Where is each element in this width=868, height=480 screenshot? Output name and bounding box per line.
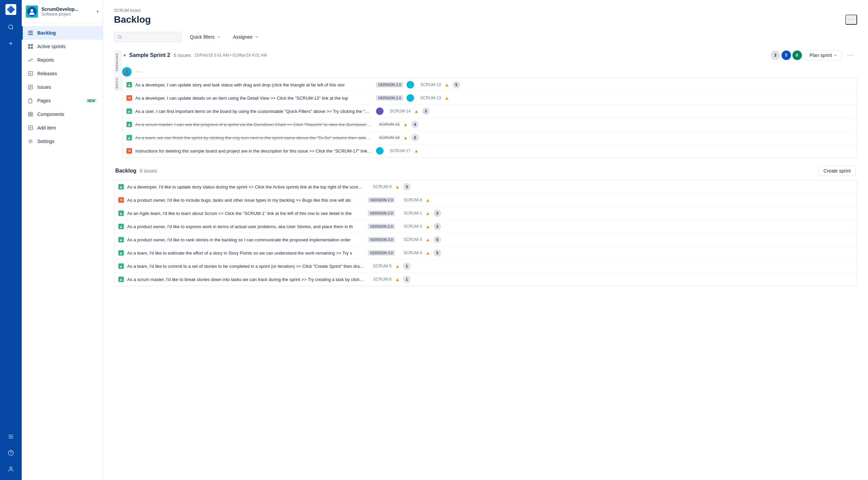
issue-priority-icon: ▲	[445, 82, 449, 87]
nav-help-icon[interactable]	[4, 446, 18, 460]
issue-id[interactable]: SCRUM-13	[417, 96, 441, 100]
page-meta: SCRUM board	[114, 8, 857, 13]
issue-summary: As a product owner, I'd like to include …	[127, 198, 364, 203]
issue-id[interactable]: SCRUM-5	[368, 264, 392, 268]
table-row[interactable]: ▲ As a team, I'd like to commit to a set…	[114, 260, 857, 273]
issue-id[interactable]: SCRUM-8	[398, 198, 422, 202]
settings-icon	[27, 138, 34, 145]
plan-sprint-button[interactable]: Plan sprint	[805, 50, 842, 60]
sprint-badge-6[interactable]: 6	[792, 51, 802, 60]
table-row[interactable]: ✕ As a developer, I can update details o…	[122, 92, 857, 105]
issue-assignee-avatar	[407, 94, 414, 102]
sidebar-item-settings[interactable]: Settings	[22, 135, 103, 148]
sprint-badge-5[interactable]: 5	[782, 51, 791, 60]
plan-sprint-chevron-icon	[833, 53, 837, 57]
issue-id[interactable]: SCRUM-15	[376, 122, 400, 127]
versions-label[interactable]: VERSIONS	[114, 50, 122, 74]
issue-summary: As a developer, I'd like to update story…	[127, 184, 364, 189]
nav-search-icon[interactable]	[4, 20, 18, 34]
quick-filters-button[interactable]: Quick filters	[186, 32, 225, 42]
sidebar-item-pages[interactable]: Pages NEW	[22, 94, 103, 107]
backlog-title: Backlog	[115, 168, 136, 174]
issue-id[interactable]: SCRUM-2	[398, 224, 422, 229]
issue-id[interactable]: SCRUM-4	[398, 251, 422, 255]
table-row[interactable]: ▲ As an Agile team, I'd like to learn ab…	[114, 207, 857, 220]
issue-id[interactable]: SCRUM-9	[368, 184, 392, 189]
sidebar-item-reports[interactable]: Reports	[22, 53, 103, 67]
table-row[interactable]: ▲ As a scrum master, I can see the progr…	[122, 118, 857, 131]
svg-point-11	[31, 9, 33, 12]
table-row[interactable]: ▲ As a team, I'd like to estimate the ef…	[114, 246, 857, 260]
nav-rail	[0, 0, 22, 480]
nav-create-icon[interactable]	[4, 37, 18, 50]
sidebar-item-label: Releases	[37, 71, 57, 76]
issue-id[interactable]: SCRUM-3	[398, 237, 422, 242]
pages-new-badge: NEW	[85, 98, 97, 103]
issue-id[interactable]: SCRUM-14	[387, 109, 411, 114]
table-row[interactable]: ▲ As a product owner, I'd like to rank s…	[114, 233, 857, 246]
project-chevron-icon[interactable]: ▾	[97, 9, 99, 14]
epics-label[interactable]: EPICS	[114, 75, 122, 91]
issue-points	[422, 147, 430, 155]
issue-summary: As a scrum master, I can see the progres…	[135, 122, 373, 127]
issue-id[interactable]: SCRUM-17	[387, 148, 411, 153]
main-content: SCRUM board Backlog ··· Quick filters As…	[103, 0, 868, 480]
page-menu-button[interactable]: ···	[845, 15, 857, 25]
nav-user-icon[interactable]	[4, 462, 18, 476]
issue-priority-icon: ▲	[403, 135, 408, 140]
table-row[interactable]: ▲ As a developer, I can update story and…	[122, 78, 857, 92]
sprint-user-more-button[interactable]: ···	[134, 67, 145, 76]
search-input[interactable]	[124, 34, 178, 40]
sidebar-item-issues[interactable]: Issues	[22, 80, 103, 94]
issue-type-story-icon: ▲	[118, 250, 124, 256]
issue-id[interactable]: SCRUM-6	[368, 277, 392, 282]
svg-point-0	[8, 25, 13, 29]
table-row[interactable]: ▲ As a scrum master, I'd like to break s…	[114, 273, 857, 286]
issue-id[interactable]: SCRUM-10	[417, 82, 441, 87]
nav-menu-icon[interactable]	[4, 430, 18, 443]
issue-version-badge: VERSION 2.0	[376, 82, 403, 87]
issue-id[interactable]: SCRUM-16	[376, 135, 400, 140]
search-box[interactable]	[114, 32, 182, 42]
sidebar-item-active-sprints[interactable]: Active sprints	[22, 40, 103, 53]
sprint-more-button[interactable]: ···	[845, 51, 856, 60]
sidebar-item-backlog[interactable]: Backlog	[22, 26, 103, 40]
issue-points: 2	[434, 223, 441, 230]
table-row[interactable]: ▲ As a user, I can find important items …	[122, 105, 857, 118]
app-logo[interactable]	[5, 4, 16, 15]
svg-rect-28	[28, 115, 30, 116]
svg-point-9	[10, 467, 12, 469]
assignee-button[interactable]: Assignee	[229, 32, 263, 42]
issue-priority-icon: ▲	[426, 211, 430, 216]
issue-points	[453, 94, 460, 102]
table-row[interactable]: ▲ As a product owner, I'd like to expres…	[114, 220, 857, 233]
sprint-badge-3[interactable]: 3	[771, 51, 780, 60]
sprint-badges: 3 5 6	[771, 51, 802, 60]
sprint-name: Sample Sprint 2	[129, 52, 170, 58]
sidebar-item-add-item[interactable]: Add item	[22, 121, 103, 135]
sprint-with-labels: VERSIONS EPICS ▾ Sample Sprint 2 6 issue…	[114, 50, 857, 158]
issue-points: 5	[434, 249, 441, 257]
create-sprint-button[interactable]: Create sprint	[818, 166, 856, 176]
issue-points: 5	[434, 236, 441, 243]
sidebar-project-header[interactable]: ScrumDevelop... Software project ▾	[22, 0, 103, 23]
svg-point-36	[125, 69, 128, 72]
issue-priority-icon: ▲	[395, 184, 400, 189]
issue-id[interactable]: SCRUM-1	[398, 211, 422, 216]
sidebar-item-releases[interactable]: Releases	[22, 67, 103, 80]
sprint-issue-count: 6 issues	[174, 53, 191, 58]
table-row[interactable]: ▲ As a developer, I'd like to update sto…	[114, 180, 857, 194]
project-type: Software project	[41, 12, 79, 17]
svg-rect-27	[31, 112, 33, 114]
sidebar-project-info: ScrumDevelop... Software project	[41, 6, 79, 17]
sprint-user-avatar[interactable]	[122, 67, 132, 77]
sprint-collapse-icon[interactable]: ▾	[123, 53, 126, 58]
sidebar-item-components[interactable]: Components	[22, 107, 103, 121]
issue-points: 1	[403, 262, 411, 270]
diamond-icon	[7, 5, 15, 14]
page-title: Backlog	[114, 14, 151, 25]
table-row[interactable]: ▲ As a team, we can finish the sprint by…	[122, 131, 857, 144]
issue-version-badge: VERSION 2.0	[368, 224, 395, 229]
table-row[interactable]: ✕ Instructions for deleting this sample …	[122, 144, 857, 157]
table-row[interactable]: ✕ As a product owner, I'd like to includ…	[114, 194, 857, 207]
